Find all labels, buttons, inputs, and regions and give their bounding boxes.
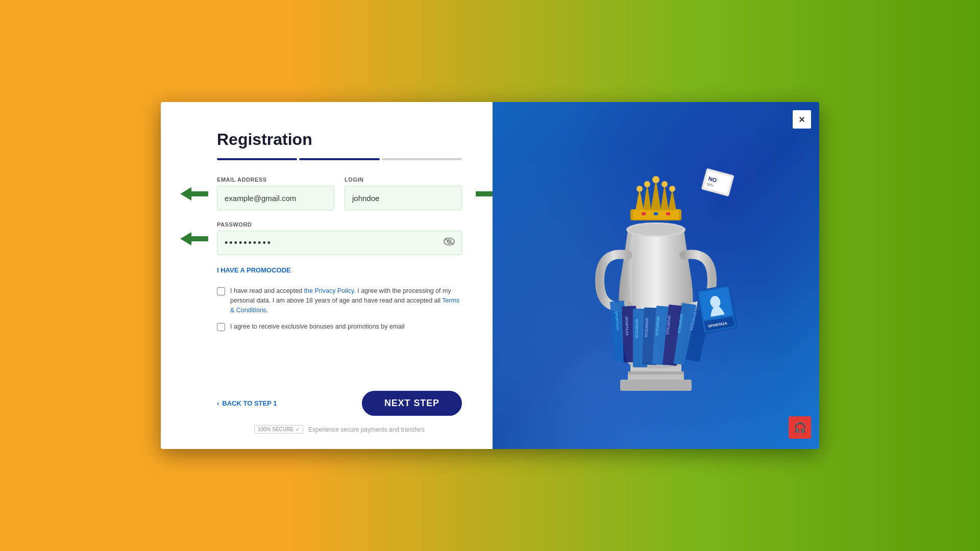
svg-text:SPORTAZA: SPORTAZA [645,318,649,337]
security-badge-text: 100% SECURE [258,427,293,432]
svg-marker-16 [643,184,651,210]
svg-point-24 [662,181,668,187]
password-label: PASSWORD [217,221,462,228]
back-button-label: BACK TO STEP 1 [222,399,277,407]
security-footer: 100% SECURE ✓ Experience secure payments… [217,425,462,434]
svg-marker-0 [180,187,208,201]
arrow-password-left [180,231,208,248]
right-panel: SPORTAZA SPORTAZA SPORTAZA SPORTAZA SPOR… [493,102,819,449]
terms-label: I have read and accepted the Privacy Pol… [230,286,462,315]
svg-point-23 [652,176,659,183]
security-message: Experience secure payments and transfers [308,426,425,433]
svg-text:SPORTAZA: SPORTAZA [625,316,629,336]
progress-step-2 [299,158,379,160]
terms-checkbox[interactable] [217,287,225,295]
checkbox-group: I have read and accepted the Privacy Pol… [217,286,462,339]
left-panel: Registration EMAIL ADDRESS [161,102,493,449]
svg-marker-2 [180,232,208,245]
svg-marker-18 [660,184,669,210]
bonuses-label: I agree to receive exclusive bonuses and… [230,322,405,332]
svg-rect-7 [620,380,692,391]
progress-step-1 [217,158,297,160]
svg-point-12 [628,224,684,235]
back-button[interactable]: ‹ BACK TO STEP 1 [217,399,277,407]
login-group: LOGIN [345,177,462,210]
progress-step-3 [382,158,462,160]
bonuses-checkbox-row: I agree to receive exclusive bonuses and… [217,322,462,332]
svg-rect-27 [654,212,658,215]
outer-background: Registration EMAIL ADDRESS [0,0,980,551]
svg-marker-19 [668,189,676,210]
svg-marker-17 [651,179,661,210]
email-input[interactable] [217,186,334,210]
svg-text:SPORTAZA: SPORTAZA [635,319,639,338]
next-step-button[interactable]: NEXT STEP [362,391,462,416]
svg-rect-9 [628,371,684,374]
page-title: Registration [217,130,462,149]
security-badge: 100% SECURE ✓ [254,425,303,434]
svg-marker-20 [635,189,644,210]
svg-point-22 [644,181,650,187]
privacy-policy-link[interactable]: the Privacy Policy [304,287,354,294]
headset-icon: 🎧 [794,421,806,434]
login-input[interactable] [345,186,462,210]
arrow-email-left [180,186,208,204]
terms-checkbox-row: I have read and accepted the Privacy Pol… [217,286,462,315]
svg-rect-26 [642,212,646,215]
back-chevron-icon: ‹ [217,399,219,407]
email-label: EMAIL ADDRESS [217,177,334,183]
password-input[interactable] [217,231,462,255]
svg-rect-28 [666,212,670,215]
registration-modal: Registration EMAIL ADDRESS [161,102,819,449]
support-button[interactable]: 🎧 [789,416,811,439]
close-button[interactable]: × [793,110,811,129]
terms-conditions-link[interactable]: Terms & Conditions [230,297,459,314]
trophy-svg: SPORTAZA SPORTAZA SPORTAZA SPORTAZA SPOR… [549,128,763,423]
email-group: EMAIL ADDRESS [217,177,334,210]
checkmark-icon: ✓ [296,427,300,432]
progress-bar [217,158,462,160]
svg-point-21 [636,186,643,192]
bonuses-checkbox[interactable] [217,323,225,331]
trophy-container: SPORTAZA SPORTAZA SPORTAZA SPORTAZA SPOR… [493,102,819,449]
svg-point-25 [669,186,675,192]
toggle-password-icon[interactable] [444,238,455,248]
login-label: LOGIN [345,177,462,183]
password-group: PASSWORD [217,221,462,255]
promo-code-link[interactable]: I HAVE A PROMOCODE [217,266,462,274]
bottom-actions: ‹ BACK TO STEP 1 NEXT STEP [217,386,462,416]
